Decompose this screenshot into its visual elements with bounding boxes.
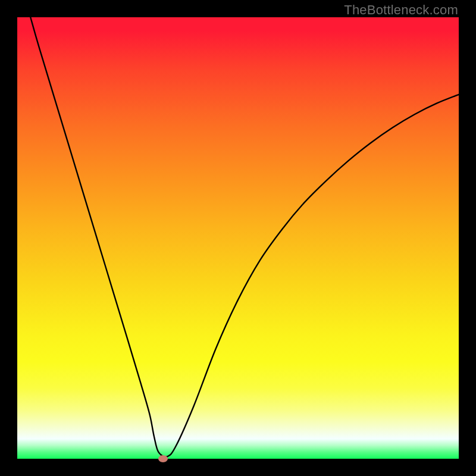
watermark-text: TheBottleneck.com bbox=[344, 2, 458, 18]
min-point-marker bbox=[158, 455, 168, 462]
chart-container: TheBottleneck.com bbox=[0, 0, 476, 476]
bottleneck-curve bbox=[17, 17, 459, 459]
plot-area bbox=[17, 17, 459, 459]
